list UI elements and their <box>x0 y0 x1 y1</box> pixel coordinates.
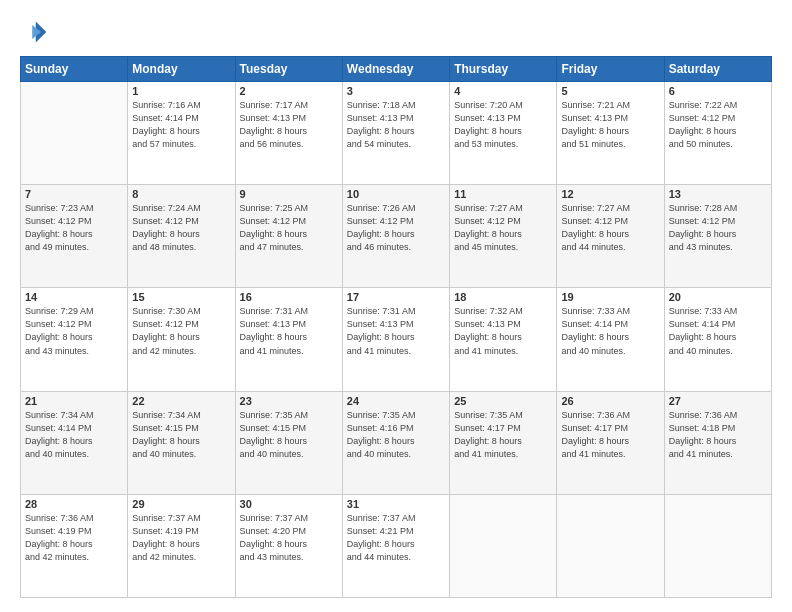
calendar-cell: 14Sunrise: 7:29 AMSunset: 4:12 PMDayligh… <box>21 288 128 391</box>
calendar-cell: 16Sunrise: 7:31 AMSunset: 4:13 PMDayligh… <box>235 288 342 391</box>
calendar-cell: 24Sunrise: 7:35 AMSunset: 4:16 PMDayligh… <box>342 391 449 494</box>
weekday-saturday: Saturday <box>664 57 771 82</box>
day-number: 14 <box>25 291 123 303</box>
day-number: 6 <box>669 85 767 97</box>
day-number: 10 <box>347 188 445 200</box>
day-info: Sunrise: 7:30 AMSunset: 4:12 PMDaylight:… <box>132 305 230 357</box>
day-number: 15 <box>132 291 230 303</box>
calendar-cell: 7Sunrise: 7:23 AMSunset: 4:12 PMDaylight… <box>21 185 128 288</box>
day-info: Sunrise: 7:34 AMSunset: 4:15 PMDaylight:… <box>132 409 230 461</box>
day-number: 8 <box>132 188 230 200</box>
calendar-cell: 13Sunrise: 7:28 AMSunset: 4:12 PMDayligh… <box>664 185 771 288</box>
day-info: Sunrise: 7:23 AMSunset: 4:12 PMDaylight:… <box>25 202 123 254</box>
day-info: Sunrise: 7:21 AMSunset: 4:13 PMDaylight:… <box>561 99 659 151</box>
calendar-cell: 15Sunrise: 7:30 AMSunset: 4:12 PMDayligh… <box>128 288 235 391</box>
calendar-cell: 27Sunrise: 7:36 AMSunset: 4:18 PMDayligh… <box>664 391 771 494</box>
calendar-cell: 20Sunrise: 7:33 AMSunset: 4:14 PMDayligh… <box>664 288 771 391</box>
calendar-cell: 4Sunrise: 7:20 AMSunset: 4:13 PMDaylight… <box>450 82 557 185</box>
day-number: 3 <box>347 85 445 97</box>
day-info: Sunrise: 7:36 AMSunset: 4:17 PMDaylight:… <box>561 409 659 461</box>
calendar-cell <box>450 494 557 597</box>
day-number: 28 <box>25 498 123 510</box>
day-number: 17 <box>347 291 445 303</box>
day-info: Sunrise: 7:24 AMSunset: 4:12 PMDaylight:… <box>132 202 230 254</box>
day-number: 18 <box>454 291 552 303</box>
day-info: Sunrise: 7:35 AMSunset: 4:17 PMDaylight:… <box>454 409 552 461</box>
day-info: Sunrise: 7:18 AMSunset: 4:13 PMDaylight:… <box>347 99 445 151</box>
weekday-header-row: SundayMondayTuesdayWednesdayThursdayFrid… <box>21 57 772 82</box>
week-row-4: 21Sunrise: 7:34 AMSunset: 4:14 PMDayligh… <box>21 391 772 494</box>
page: SundayMondayTuesdayWednesdayThursdayFrid… <box>0 0 792 612</box>
day-info: Sunrise: 7:37 AMSunset: 4:19 PMDaylight:… <box>132 512 230 564</box>
day-number: 22 <box>132 395 230 407</box>
calendar-cell: 1Sunrise: 7:16 AMSunset: 4:14 PMDaylight… <box>128 82 235 185</box>
day-number: 25 <box>454 395 552 407</box>
header <box>20 18 772 46</box>
day-info: Sunrise: 7:22 AMSunset: 4:12 PMDaylight:… <box>669 99 767 151</box>
day-number: 12 <box>561 188 659 200</box>
day-number: 7 <box>25 188 123 200</box>
day-number: 1 <box>132 85 230 97</box>
day-number: 24 <box>347 395 445 407</box>
week-row-1: 1Sunrise: 7:16 AMSunset: 4:14 PMDaylight… <box>21 82 772 185</box>
calendar-cell: 6Sunrise: 7:22 AMSunset: 4:12 PMDaylight… <box>664 82 771 185</box>
day-info: Sunrise: 7:32 AMSunset: 4:13 PMDaylight:… <box>454 305 552 357</box>
calendar-cell: 5Sunrise: 7:21 AMSunset: 4:13 PMDaylight… <box>557 82 664 185</box>
day-info: Sunrise: 7:31 AMSunset: 4:13 PMDaylight:… <box>240 305 338 357</box>
day-info: Sunrise: 7:31 AMSunset: 4:13 PMDaylight:… <box>347 305 445 357</box>
day-info: Sunrise: 7:35 AMSunset: 4:15 PMDaylight:… <box>240 409 338 461</box>
calendar-cell: 23Sunrise: 7:35 AMSunset: 4:15 PMDayligh… <box>235 391 342 494</box>
day-info: Sunrise: 7:17 AMSunset: 4:13 PMDaylight:… <box>240 99 338 151</box>
weekday-wednesday: Wednesday <box>342 57 449 82</box>
weekday-friday: Friday <box>557 57 664 82</box>
weekday-thursday: Thursday <box>450 57 557 82</box>
day-info: Sunrise: 7:28 AMSunset: 4:12 PMDaylight:… <box>669 202 767 254</box>
day-info: Sunrise: 7:33 AMSunset: 4:14 PMDaylight:… <box>669 305 767 357</box>
day-number: 16 <box>240 291 338 303</box>
day-info: Sunrise: 7:16 AMSunset: 4:14 PMDaylight:… <box>132 99 230 151</box>
calendar-cell: 19Sunrise: 7:33 AMSunset: 4:14 PMDayligh… <box>557 288 664 391</box>
day-info: Sunrise: 7:26 AMSunset: 4:12 PMDaylight:… <box>347 202 445 254</box>
calendar-cell: 28Sunrise: 7:36 AMSunset: 4:19 PMDayligh… <box>21 494 128 597</box>
day-number: 30 <box>240 498 338 510</box>
day-info: Sunrise: 7:34 AMSunset: 4:14 PMDaylight:… <box>25 409 123 461</box>
calendar-cell: 9Sunrise: 7:25 AMSunset: 4:12 PMDaylight… <box>235 185 342 288</box>
day-number: 27 <box>669 395 767 407</box>
day-number: 9 <box>240 188 338 200</box>
calendar-cell: 11Sunrise: 7:27 AMSunset: 4:12 PMDayligh… <box>450 185 557 288</box>
day-info: Sunrise: 7:33 AMSunset: 4:14 PMDaylight:… <box>561 305 659 357</box>
calendar-cell: 30Sunrise: 7:37 AMSunset: 4:20 PMDayligh… <box>235 494 342 597</box>
day-info: Sunrise: 7:27 AMSunset: 4:12 PMDaylight:… <box>561 202 659 254</box>
calendar-cell: 26Sunrise: 7:36 AMSunset: 4:17 PMDayligh… <box>557 391 664 494</box>
day-number: 2 <box>240 85 338 97</box>
logo <box>20 18 52 46</box>
week-row-3: 14Sunrise: 7:29 AMSunset: 4:12 PMDayligh… <box>21 288 772 391</box>
day-number: 13 <box>669 188 767 200</box>
day-info: Sunrise: 7:25 AMSunset: 4:12 PMDaylight:… <box>240 202 338 254</box>
calendar-cell: 29Sunrise: 7:37 AMSunset: 4:19 PMDayligh… <box>128 494 235 597</box>
day-info: Sunrise: 7:29 AMSunset: 4:12 PMDaylight:… <box>25 305 123 357</box>
calendar-cell: 18Sunrise: 7:32 AMSunset: 4:13 PMDayligh… <box>450 288 557 391</box>
day-number: 19 <box>561 291 659 303</box>
calendar-cell: 8Sunrise: 7:24 AMSunset: 4:12 PMDaylight… <box>128 185 235 288</box>
day-info: Sunrise: 7:27 AMSunset: 4:12 PMDaylight:… <box>454 202 552 254</box>
day-info: Sunrise: 7:20 AMSunset: 4:13 PMDaylight:… <box>454 99 552 151</box>
calendar-cell: 17Sunrise: 7:31 AMSunset: 4:13 PMDayligh… <box>342 288 449 391</box>
calendar-cell <box>664 494 771 597</box>
day-number: 5 <box>561 85 659 97</box>
calendar-cell: 25Sunrise: 7:35 AMSunset: 4:17 PMDayligh… <box>450 391 557 494</box>
calendar-cell: 10Sunrise: 7:26 AMSunset: 4:12 PMDayligh… <box>342 185 449 288</box>
day-info: Sunrise: 7:36 AMSunset: 4:19 PMDaylight:… <box>25 512 123 564</box>
calendar-cell: 2Sunrise: 7:17 AMSunset: 4:13 PMDaylight… <box>235 82 342 185</box>
calendar-cell: 3Sunrise: 7:18 AMSunset: 4:13 PMDaylight… <box>342 82 449 185</box>
week-row-2: 7Sunrise: 7:23 AMSunset: 4:12 PMDaylight… <box>21 185 772 288</box>
day-info: Sunrise: 7:37 AMSunset: 4:21 PMDaylight:… <box>347 512 445 564</box>
day-number: 21 <box>25 395 123 407</box>
calendar-cell: 22Sunrise: 7:34 AMSunset: 4:15 PMDayligh… <box>128 391 235 494</box>
calendar-cell: 21Sunrise: 7:34 AMSunset: 4:14 PMDayligh… <box>21 391 128 494</box>
calendar-cell <box>21 82 128 185</box>
day-info: Sunrise: 7:36 AMSunset: 4:18 PMDaylight:… <box>669 409 767 461</box>
day-info: Sunrise: 7:37 AMSunset: 4:20 PMDaylight:… <box>240 512 338 564</box>
calendar-cell: 31Sunrise: 7:37 AMSunset: 4:21 PMDayligh… <box>342 494 449 597</box>
day-info: Sunrise: 7:35 AMSunset: 4:16 PMDaylight:… <box>347 409 445 461</box>
